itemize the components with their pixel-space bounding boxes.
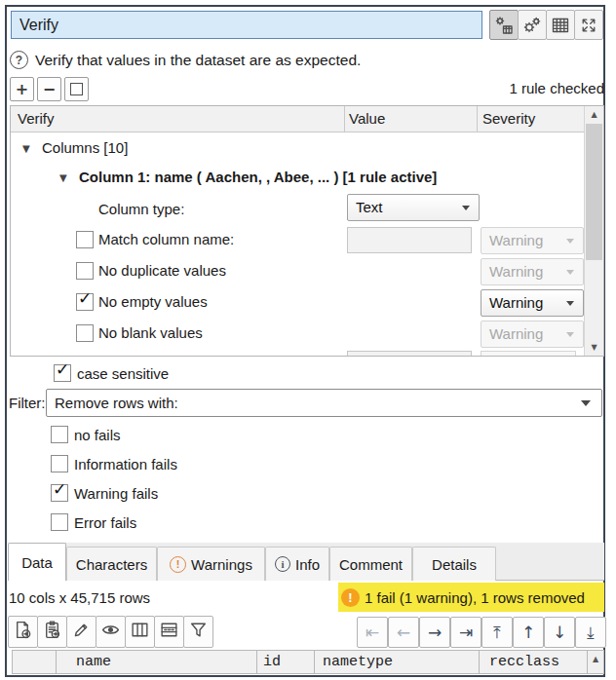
last-row-button[interactable]: ⤓ bbox=[575, 617, 606, 648]
first-row-button[interactable]: ⤒ bbox=[481, 617, 513, 648]
arrow-to-left-icon: ⇤ bbox=[366, 623, 379, 642]
no-empty-severity-dropdown[interactable]: Warning bbox=[481, 289, 584, 317]
no-duplicate-severity-dropdown[interactable]: Warning bbox=[481, 258, 584, 285]
tab-info[interactable]: i Info bbox=[265, 547, 329, 581]
settings-button[interactable] bbox=[518, 10, 547, 40]
eye-icon bbox=[100, 620, 121, 644]
transform-description: Verify that values in the dataset are as… bbox=[35, 52, 361, 69]
columns-icon bbox=[130, 620, 150, 644]
cutoff-dropdown bbox=[481, 351, 576, 357]
match-column-name-checkbox[interactable] bbox=[76, 231, 94, 248]
edit-button[interactable] bbox=[66, 616, 96, 648]
first-column-button[interactable]: ⇤ bbox=[357, 617, 388, 648]
arrow-up-icon: ↑ bbox=[521, 623, 535, 642]
rules-scrollbar[interactable]: ▲ ▼ bbox=[584, 106, 603, 356]
arrow-down-icon: ↓ bbox=[553, 623, 566, 642]
remove-rule-button[interactable]: − bbox=[37, 77, 61, 101]
next-column-button[interactable]: → bbox=[419, 617, 450, 648]
information-fails-checkbox[interactable] bbox=[51, 455, 68, 472]
severity-value: Warning bbox=[489, 325, 543, 342]
tab-label: Warnings bbox=[191, 556, 252, 573]
no-blank-values-label: No blank values bbox=[98, 324, 203, 341]
export-file-button[interactable] bbox=[8, 616, 38, 648]
maximize-pane-button[interactable] bbox=[574, 10, 603, 40]
clear-rules-button[interactable] bbox=[64, 77, 89, 101]
column1-group-label: Column 1: name ( Aachen, , Abee, ... ) [… bbox=[79, 169, 437, 185]
grid-scrollbar[interactable]: ▲ bbox=[587, 650, 604, 674]
warning-fails-label: Warning fails bbox=[74, 485, 158, 502]
no-empty-values-checkbox[interactable]: ✓ bbox=[76, 293, 94, 311]
match-column-name-input[interactable] bbox=[347, 227, 472, 253]
checkmark: ✓ bbox=[78, 288, 92, 308]
no-fails-checkbox[interactable] bbox=[51, 426, 68, 443]
column-widths-button[interactable] bbox=[125, 616, 155, 648]
arrow-right-icon: → bbox=[428, 623, 442, 642]
table-view-button[interactable] bbox=[546, 10, 575, 40]
tab-data[interactable]: Data bbox=[8, 543, 66, 581]
filter-dropdown[interactable]: Remove rows with: bbox=[46, 389, 602, 417]
pencil-icon bbox=[71, 620, 92, 644]
collapse-arrow-icon[interactable]: ▼ bbox=[22, 143, 30, 154]
row-heights-button[interactable] bbox=[154, 616, 184, 648]
transform-name-input[interactable] bbox=[11, 11, 482, 39]
collapse-arrow-icon[interactable]: ▼ bbox=[59, 172, 67, 183]
no-duplicate-values-checkbox[interactable] bbox=[76, 262, 94, 280]
arrow-to-bottom-icon: ⤓ bbox=[587, 623, 595, 642]
scroll-up-icon[interactable]: ▲ bbox=[585, 106, 603, 123]
exclamation-icon: ! bbox=[341, 588, 360, 607]
no-empty-values-label: No empty values bbox=[98, 293, 208, 310]
copy-to-clipboard-button[interactable] bbox=[37, 616, 67, 648]
next-row-button[interactable]: ↓ bbox=[544, 617, 575, 648]
rows-icon bbox=[159, 620, 179, 644]
arrow-to-right-icon: ⇥ bbox=[459, 623, 473, 642]
view-values-button[interactable] bbox=[96, 616, 126, 648]
match-severity-dropdown[interactable]: Warning bbox=[481, 227, 584, 254]
last-column-button[interactable]: ⇥ bbox=[450, 617, 481, 648]
grid-header-name[interactable]: name bbox=[56, 650, 257, 674]
col-header-verify: Verify bbox=[18, 110, 55, 127]
tab-characters[interactable]: Characters bbox=[66, 547, 157, 581]
error-fails-label: Error fails bbox=[74, 514, 136, 531]
tab-warnings[interactable]: ! Warnings bbox=[157, 547, 265, 581]
help-icon[interactable]: ? bbox=[10, 51, 28, 69]
arrow-left-icon: ← bbox=[397, 623, 410, 642]
scroll-down-icon[interactable]: ▼ bbox=[585, 339, 603, 356]
filter-rows-button[interactable] bbox=[183, 616, 213, 648]
col-header-value: Value bbox=[349, 110, 385, 127]
prev-column-button[interactable]: ← bbox=[388, 617, 419, 648]
warning-status-text: 1 fail (1 warning), 1 rows removed bbox=[365, 589, 585, 606]
tab-comment[interactable]: Comment bbox=[329, 547, 412, 581]
expand-icon bbox=[579, 16, 598, 35]
severity-value: Warning bbox=[489, 263, 543, 280]
verify-transform-panel: { "titlebar": { "transform_name": "Verif… bbox=[0, 0, 616, 680]
square-icon bbox=[70, 83, 83, 95]
file-export-icon bbox=[13, 620, 33, 644]
arrow-to-top-icon: ⤒ bbox=[493, 623, 501, 642]
case-sensitive-checkbox[interactable]: ✓ bbox=[54, 364, 71, 382]
column-type-value: Text bbox=[356, 199, 383, 215]
tab-details[interactable]: Details bbox=[412, 547, 496, 581]
gear-table-icon bbox=[494, 16, 514, 35]
options-pane-button[interactable] bbox=[489, 10, 519, 40]
grid-header-id[interactable]: id bbox=[256, 650, 315, 674]
no-blank-values-checkbox[interactable] bbox=[76, 324, 94, 342]
grid-header-recclass[interactable]: recclass bbox=[479, 650, 588, 674]
warning-fails-checkbox[interactable]: ✓ bbox=[51, 484, 68, 502]
no-duplicate-values-label: No duplicate values bbox=[98, 262, 226, 279]
table-grid-icon bbox=[551, 16, 570, 35]
no-blank-severity-dropdown[interactable]: Warning bbox=[481, 321, 584, 348]
grid-header-nametype[interactable]: nametype bbox=[314, 650, 480, 674]
cutoff-input bbox=[347, 351, 472, 357]
grid-corner-cell bbox=[12, 650, 57, 674]
error-fails-checkbox[interactable] bbox=[51, 513, 68, 531]
filter-selected-value: Remove rows with: bbox=[55, 395, 178, 411]
add-rule-button[interactable]: + bbox=[10, 77, 34, 101]
scrollbar-thumb[interactable] bbox=[586, 124, 602, 260]
checkmark: ✓ bbox=[53, 479, 66, 499]
information-fails-label: Information fails bbox=[74, 456, 177, 472]
column-type-dropdown[interactable]: Text bbox=[347, 194, 480, 221]
prev-row-button[interactable]: ↑ bbox=[513, 617, 544, 648]
rules-table-header: Verify Value Severity bbox=[11, 106, 603, 132]
tab-label: Details bbox=[432, 556, 477, 573]
rules-table: Verify Value Severity ▼ Columns [10] ▼ C… bbox=[10, 105, 604, 357]
